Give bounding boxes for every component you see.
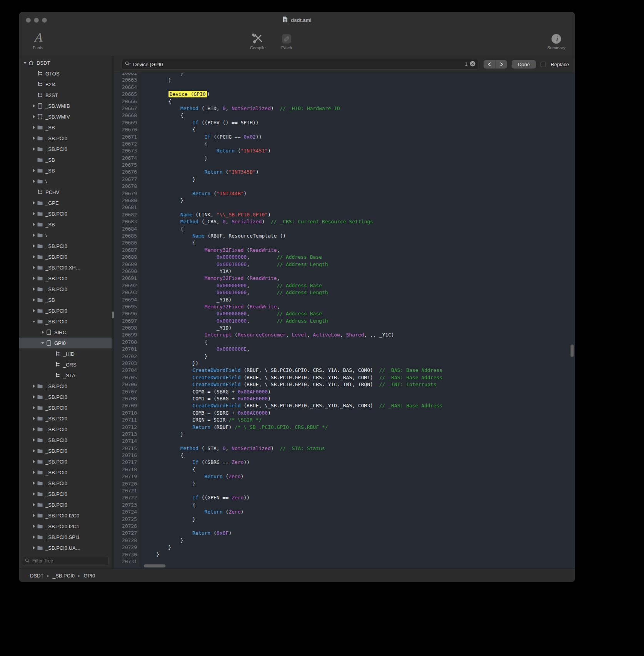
disclosure-closed-icon[interactable]	[31, 428, 37, 431]
tree-item-sb[interactable]: _SB	[19, 219, 112, 230]
filter-tree-field[interactable]	[22, 556, 108, 566]
code-editor[interactable]: 20662 }20663 }2066420665 Device (GPI0)20…	[114, 73, 575, 569]
disclosure-closed-icon[interactable]	[31, 471, 37, 474]
disclosure-open-icon[interactable]	[40, 342, 46, 344]
disclosure-closed-icon[interactable]	[31, 115, 37, 118]
tree-item-sb-pci0[interactable]: _SB.PCI0	[19, 435, 112, 445]
disclosure-closed-icon[interactable]	[31, 201, 37, 204]
tree-item-sb-wmiv[interactable]: _SB.WMIV	[19, 111, 112, 122]
tree-item-sb-pci0[interactable]: _SB.PCI0	[19, 241, 112, 251]
tree-item-sb-pci0[interactable]: _SB.PCI0	[19, 489, 112, 499]
disclosure-closed-icon[interactable]	[31, 244, 37, 248]
tree-item-gpe[interactable]: _GPE	[19, 197, 112, 208]
disclosure-open-icon[interactable]	[31, 321, 37, 323]
vertical-scrollbar-thumb[interactable]	[571, 345, 574, 357]
disclosure-closed-icon[interactable]	[31, 298, 37, 301]
tree-item-sb-pci0[interactable]: _SB.PCI0	[19, 305, 112, 316]
tree-item-sb-pci0[interactable]: _SB.PCI0	[19, 273, 112, 284]
tree-item-sb-pci0[interactable]: _SB.PCI0	[19, 316, 112, 327]
tree-item-sta[interactable]: _STA	[19, 370, 112, 381]
disclosure-closed-icon[interactable]	[31, 288, 37, 291]
tree-item-sb-pci0[interactable]: _SB.PCI0	[19, 467, 112, 478]
tree-item-sb-pci0[interactable]: _SB.PCI0	[19, 381, 112, 392]
done-button[interactable]: Done	[512, 60, 536, 69]
compile-button[interactable]: Compile	[245, 30, 270, 50]
tree-item-pchv[interactable]: PCHV	[19, 187, 112, 197]
disclosure-closed-icon[interactable]	[31, 385, 37, 388]
horizontal-scrollbar-thumb[interactable]	[144, 564, 165, 567]
disclosure-closed-icon[interactable]	[31, 137, 37, 140]
replace-checkbox[interactable]	[541, 62, 546, 67]
filter-tree-input[interactable]	[32, 558, 105, 564]
tree-item-b2i4[interactable]: B2I4	[19, 79, 112, 90]
disclosure-closed-icon[interactable]	[31, 223, 37, 226]
close-button[interactable]	[26, 18, 31, 23]
clear-search-icon[interactable]	[470, 61, 475, 68]
disclosure-closed-icon[interactable]	[31, 449, 37, 452]
patch-button[interactable]: Patch	[276, 30, 297, 50]
find-previous-button[interactable]	[484, 60, 495, 69]
tree-item-sb[interactable]: _SB	[19, 295, 112, 305]
tree-item-sb-pci0[interactable]: _SB.PCI0	[19, 499, 112, 510]
disclosure-closed-icon[interactable]	[31, 104, 37, 107]
disclosure-closed-icon[interactable]	[31, 266, 37, 269]
disclosure-closed-icon[interactable]	[31, 503, 37, 506]
tree-item-gpi0[interactable]: GPI0	[19, 338, 112, 348]
tree-item-sb-pci0-i2c0[interactable]: _SB.PCI0.I2C0	[19, 510, 112, 521]
tree-item-sb-pci0[interactable]: _SB.PCI0	[19, 392, 112, 402]
disclosure-closed-icon[interactable]	[31, 546, 37, 549]
disclosure-closed-icon[interactable]	[31, 482, 37, 485]
disclosure-closed-icon[interactable]	[31, 406, 37, 409]
tree-item-sb-pci0-spi1[interactable]: _SB.PCI0.SPI1	[19, 532, 112, 542]
tree-item-sb-wmib[interactable]: _SB.WMIB	[19, 100, 112, 111]
disclosure-closed-icon[interactable]	[31, 169, 37, 172]
tree-item-sb-pci0[interactable]: _SB.PCI0	[19, 445, 112, 456]
disclosure-closed-icon[interactable]	[31, 309, 37, 312]
tree-item-root-scope[interactable]: \	[19, 176, 112, 187]
disclosure-closed-icon[interactable]	[31, 147, 37, 151]
disclosure-closed-icon[interactable]	[31, 438, 37, 442]
zoom-button[interactable]	[42, 18, 47, 23]
tree-item-sirc[interactable]: SIRC	[19, 327, 112, 338]
disclosure-closed-icon[interactable]	[31, 180, 37, 183]
find-next-button[interactable]	[495, 60, 507, 69]
tree-item-sb-pci0-ua[interactable]: _SB.PCI0.UA…	[19, 542, 112, 553]
disclosure-closed-icon[interactable]	[31, 277, 37, 280]
tree-item-root-scope[interactable]: \	[19, 230, 112, 241]
disclosure-closed-icon[interactable]	[31, 395, 37, 398]
tree-item-sb-pci0[interactable]: _SB.PCI0	[19, 478, 112, 489]
tree-item-sb-pci0[interactable]: _SB.PCI0	[19, 251, 112, 262]
breadcrumb-item[interactable]: DSDT	[30, 573, 43, 579]
breadcrumb-item[interactable]: _SB.PCI0	[53, 573, 75, 579]
tree-item-sb-pci0[interactable]: _SB.PCI0	[19, 284, 112, 295]
tree-item-b2st[interactable]: B2ST	[19, 90, 112, 100]
tree-item-sb-pci0[interactable]: _SB.PCI0	[19, 424, 112, 435]
tree-item-sb-pci0[interactable]: _SB.PCI0	[19, 208, 112, 219]
tree-item-sb-pci0[interactable]: _SB.PCI0	[19, 144, 112, 154]
tree-item-sb-pci0-xh[interactable]: _SB.PCI0.XH…	[19, 262, 112, 273]
fonts-button[interactable]: A Fonts	[33, 30, 43, 50]
minimize-button[interactable]	[34, 18, 39, 23]
summary-button[interactable]: i Summary	[544, 30, 568, 50]
disclosure-closed-icon[interactable]	[31, 492, 37, 495]
disclosure-closed-icon[interactable]	[31, 536, 37, 539]
tree-item-gtos[interactable]: GTOS	[19, 68, 112, 79]
tree-item-sb-pci0-i2c1[interactable]: _SB.PCI0.I2C1	[19, 521, 112, 532]
tree-item-sb[interactable]: _SB	[19, 165, 112, 176]
disclosure-closed-icon[interactable]	[31, 234, 37, 237]
tree-item-sb[interactable]: _SB	[19, 154, 112, 165]
tree-item-dsdt[interactable]: DSDT	[19, 57, 112, 68]
disclosure-closed-icon[interactable]	[31, 514, 37, 517]
find-input[interactable]: Device (GPI0 1	[122, 59, 479, 70]
tree-item-sb-pci0[interactable]: _SB.PCI0	[19, 456, 112, 467]
pane-divider-handle[interactable]	[112, 311, 114, 318]
tree-item-crs[interactable]: _CRS	[19, 359, 112, 370]
disclosure-closed-icon[interactable]	[31, 255, 37, 258]
disclosure-closed-icon[interactable]	[31, 417, 37, 420]
tree-item-sb-pci0[interactable]: _SB.PCI0	[19, 133, 112, 144]
tree-item-hid[interactable]: _HID	[19, 348, 112, 359]
disclosure-closed-icon[interactable]	[31, 460, 37, 463]
disclosure-closed-icon[interactable]	[40, 331, 46, 334]
breadcrumb-item[interactable]: GPI0	[84, 573, 95, 579]
disclosure-open-icon[interactable]	[22, 62, 28, 64]
